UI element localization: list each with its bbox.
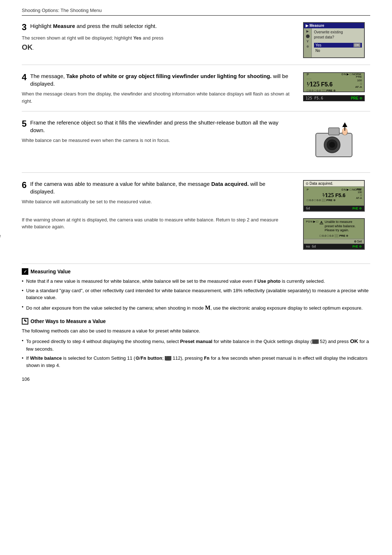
step-3-right: ▶ Measure ▶ Y ⊕ Overwrite existingpreset… xyxy=(298,22,370,58)
step-5-title: 5 Frame the reference object so that it … xyxy=(22,119,290,134)
measuring-value-section: ✓ Measuring Value Note that if a new val… xyxy=(22,264,370,312)
measuring-bullet-2: Use a standard "gray card", or other ref… xyxy=(22,287,370,301)
step-6-title: 6 If the camera was able to measure a va… xyxy=(22,180,290,195)
step-4-vf-bar: 125 F5.6 PRE ≎ xyxy=(303,95,365,101)
step-3-desc: The screen shown at right will be displa… xyxy=(22,34,290,53)
step-5-right xyxy=(298,119,370,166)
step-5-camera-illustration xyxy=(303,119,365,166)
step-6-right: ⊙ Data acquired. P ⊙N ▶ □ NORM ¹⁄125 F5.… xyxy=(298,180,370,250)
data-acquired-bar: Gd PrE ≎ xyxy=(304,205,364,211)
menu-title: ▶ Measure xyxy=(304,23,364,28)
warning-bottom-bar: no Gd PrE ≎ xyxy=(304,244,364,249)
other-ways-title: Other Ways to Measure a Value xyxy=(30,318,106,324)
measuring-value-title: Measuring Value xyxy=(30,269,70,274)
step-6-warning-lcd: P ⊙N ▶ □ ⚠ Unable to measurepreset white… xyxy=(303,218,365,250)
step-5-left: 5 Frame the reference object so that it … xyxy=(22,119,298,166)
step-3-row: 3 Highlight Measure and press the multi … xyxy=(22,22,370,65)
svg-point-5 xyxy=(329,142,335,148)
other-ways-icon: ✎ xyxy=(22,318,28,325)
step-6-number: 6 xyxy=(22,181,26,189)
other-ways-header: ✎ Other Ways to Measure a Value xyxy=(22,318,370,325)
step-4-desc: When the message clears from the display… xyxy=(22,90,290,105)
side-label-text: Menu Guide xyxy=(0,233,1,238)
step-5-number: 5 xyxy=(22,119,26,128)
step-5-desc: White balance can be measured even when … xyxy=(22,137,290,144)
other-ways-list: To proceed directly to step 4 without di… xyxy=(22,337,370,369)
measuring-value-icon: ✓ xyxy=(22,268,28,275)
data-acquired-msg: ⊙ Data acquired. xyxy=(304,181,364,187)
step-5-row: 5 Frame the reference object so that it … xyxy=(22,119,370,173)
step-3-number: 3 xyxy=(22,23,26,32)
step-6-data-acquired-lcd: ⊙ Data acquired. P ⊙N ▶ □ NORM ¹⁄125 F5.… xyxy=(303,180,365,212)
step-4-right: P ⊙N ▶ □ NORM · · · ¹⁄125 F5.6 PRE 100 □… xyxy=(298,72,370,105)
svg-marker-7 xyxy=(342,122,347,127)
step-4-row: 4 The message, Take photo of white or gr… xyxy=(22,72,370,111)
page-header-text: Shooting Options: The Shooting Menu xyxy=(22,8,102,13)
page-number: 106 xyxy=(22,376,30,382)
page-header: Shooting Options: The Shooting Menu xyxy=(22,7,370,16)
measuring-value-header: ✓ Measuring Value xyxy=(22,268,370,275)
step-6-warning-desc: If the warning shown at right is display… xyxy=(22,216,290,230)
step-4-top-lcd: P ⊙N ▶ □ NORM · · · ¹⁄125 F5.6 PRE 100 □… xyxy=(303,72,365,92)
other-ways-bullet-1: To proceed directly to step 4 without di… xyxy=(22,337,370,352)
step-3-screen: ▶ Measure ▶ Y ⊕ Overwrite existingpreset… xyxy=(303,22,365,58)
step-6-row: 6 If the camera was able to measure a va… xyxy=(22,180,370,256)
step-4-title: 4 The message, Take photo of white or gr… xyxy=(22,72,290,87)
step-3-left: 3 Highlight Measure and press the multi … xyxy=(22,22,298,58)
other-ways-bullet-2: If White balance is selected for Custom … xyxy=(22,355,370,369)
camera-hand-svg xyxy=(309,121,359,164)
measuring-bullet-1: Note that if a new value is measured for… xyxy=(22,278,370,285)
step-6-desc: White balance will automatically be set … xyxy=(22,198,290,205)
step-4-left: 4 The message, Take photo of white or gr… xyxy=(22,72,298,105)
svg-rect-1 xyxy=(328,128,339,135)
side-label: Menu Guide xyxy=(0,233,13,238)
other-ways-intro: The following methods can also be used t… xyxy=(22,327,370,335)
step-6-left: 6 If the camera was able to measure a va… xyxy=(22,180,298,250)
warning-set-bar: ⊕Set xyxy=(304,239,364,244)
measuring-bullet-3: Do not alter exposure from the value sel… xyxy=(22,303,370,312)
other-ways-section: ✎ Other Ways to Measure a Value The foll… xyxy=(22,318,370,369)
measuring-value-list: Note that if a new value is measured for… xyxy=(22,278,370,312)
step-4-number: 4 xyxy=(22,73,26,82)
step-3-title: 3 Highlight Measure and press the multi … xyxy=(22,22,290,32)
